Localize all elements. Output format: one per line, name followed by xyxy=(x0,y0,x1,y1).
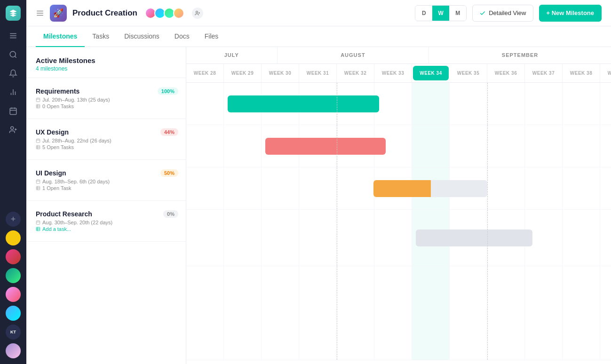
bar-ux-design[interactable] xyxy=(265,138,386,155)
date-range: Aug. 18th–Sep. 6th (20 days) xyxy=(42,179,110,184)
detailed-view-label: Detailed View xyxy=(489,9,526,16)
sidebar-avatar-7[interactable] xyxy=(6,343,21,358)
cell-w29 xyxy=(224,266,262,360)
bar-product-research[interactable] xyxy=(416,229,532,246)
week-35: WEEK 35 xyxy=(450,64,487,82)
tab-tasks[interactable]: Tasks xyxy=(85,26,117,47)
milestones-list-panel: Active Milestones 4 milestones Requireme… xyxy=(26,47,186,364)
milestone-item-requirements[interactable]: Requirements Jul. 20th–Aug. 13th (25 day… xyxy=(26,78,186,119)
svg-rect-22 xyxy=(36,98,40,102)
bar-ui-design-remaining[interactable] xyxy=(431,180,487,197)
sidebar-avatar-4[interactable] xyxy=(6,287,21,302)
hamburger-icon[interactable] xyxy=(6,28,21,43)
cell-w38 xyxy=(563,167,600,209)
cell-w33 xyxy=(374,266,412,360)
day-view-button[interactable]: D xyxy=(415,6,432,21)
menu-button[interactable] xyxy=(36,9,44,17)
cell-w36 xyxy=(487,266,525,360)
cell-w33 xyxy=(374,210,412,266)
cell-w35 xyxy=(450,266,487,360)
add-task-link[interactable]: Add a task... xyxy=(42,226,71,232)
detailed-view-button[interactable]: Detailed View xyxy=(472,5,533,22)
svg-rect-46 xyxy=(36,221,40,225)
cell-w39 xyxy=(600,266,611,360)
sidebar-avatar-1[interactable] xyxy=(6,230,21,245)
date-range: Aug. 30th–Sep. 20th (22 days) xyxy=(42,220,112,225)
tasks-text: 1 Open Task xyxy=(42,185,71,191)
member-avatar-4 xyxy=(173,8,184,19)
cell-w29 xyxy=(224,125,262,167)
chart-icon[interactable] xyxy=(6,85,21,100)
week-31: WEEK 31 xyxy=(299,64,337,82)
svg-point-12 xyxy=(11,127,14,129)
cell-w39 xyxy=(600,167,611,209)
new-milestone-button[interactable]: + New Milestone xyxy=(539,5,602,22)
cell-w33 xyxy=(374,83,412,125)
svg-point-15 xyxy=(8,233,18,243)
week-32: WEEK 32 xyxy=(337,64,374,82)
milestone-dates: Aug. 30th–Sep. 20th (22 days) xyxy=(36,220,176,225)
tab-bar: Milestones Tasks Discussions Docs Files xyxy=(26,26,611,47)
cell-w34 xyxy=(412,266,450,360)
cell-w34 xyxy=(412,125,450,167)
sidebar-avatar-2[interactable] xyxy=(6,249,21,264)
app-logo[interactable] xyxy=(6,6,21,21)
bar-ui-design-done[interactable] xyxy=(373,180,431,197)
tab-files[interactable]: Files xyxy=(197,26,226,47)
week-29: WEEK 29 xyxy=(224,64,262,82)
svg-rect-34 xyxy=(36,145,40,149)
milestone-item-ui-design[interactable]: UI Design Aug. 18th–Sep. 6th (20 days) 1… xyxy=(26,160,186,201)
milestone-item-product-research[interactable]: Product Research Aug. 30th–Sep. 20th (22… xyxy=(26,201,186,242)
gantt-header: JULY AUGUST SEPTEMBER WEEK 28 WEEK 29 WE… xyxy=(186,47,611,83)
cell-w35 xyxy=(450,83,487,125)
tab-milestones[interactable]: Milestones xyxy=(36,26,85,47)
search-icon[interactable] xyxy=(6,47,21,62)
svg-line-4 xyxy=(15,56,16,57)
cell-w28 xyxy=(186,125,224,167)
milestone-add-task[interactable]: Add a task... xyxy=(36,226,176,232)
tab-discussions[interactable]: Discussions xyxy=(117,26,167,47)
add-workspace-button[interactable]: + xyxy=(6,212,21,227)
week-row: WEEK 28 WEEK 29 WEEK 30 WEEK 31 WEEK 32 … xyxy=(186,64,611,82)
month-view-button[interactable]: M xyxy=(449,6,466,21)
milestones-count: 4 milestones xyxy=(36,65,176,72)
tab-docs[interactable]: Docs xyxy=(167,26,197,47)
add-user-icon[interactable] xyxy=(6,122,21,137)
cell-w31 xyxy=(299,167,337,209)
sidebar-avatar-3[interactable] xyxy=(6,268,21,283)
project-members xyxy=(145,8,184,19)
svg-point-3 xyxy=(10,51,16,57)
sidebar-avatar-5[interactable] xyxy=(6,306,21,321)
add-member-button[interactable] xyxy=(192,8,203,19)
week-38: WEEK 38 xyxy=(563,64,600,82)
svg-point-19 xyxy=(196,11,198,13)
svg-rect-30 xyxy=(36,139,40,143)
month-september: SEPTEMBER xyxy=(429,47,611,63)
milestone-name: Product Research xyxy=(36,210,176,218)
svg-rect-26 xyxy=(36,104,40,108)
cell-w39 xyxy=(600,125,611,167)
progress-badge: 44% xyxy=(160,128,178,136)
cell-w28 xyxy=(186,167,224,209)
milestone-name: UI Design xyxy=(36,169,176,177)
week-33: WEEK 33 xyxy=(374,64,412,82)
week-37: WEEK 37 xyxy=(525,64,563,82)
bar-requirements[interactable] xyxy=(228,95,379,112)
milestone-item-ux-design[interactable]: UX Design Jul. 28th–Aug. 22nd (26 days) … xyxy=(26,119,186,160)
tasks-text: 5 Open Tasks xyxy=(42,144,74,150)
milestone-dates: Jul. 20th–Aug. 13th (25 days) xyxy=(36,97,176,103)
bell-icon[interactable] xyxy=(6,66,21,81)
milestone-name: Requirements xyxy=(36,87,176,95)
sidebar-avatar-6[interactable]: KT xyxy=(6,324,21,340)
calendar-icon[interactable] xyxy=(6,103,21,119)
content-area: Active Milestones 4 milestones Requireme… xyxy=(26,47,611,364)
svg-rect-8 xyxy=(10,108,16,115)
milestone-tasks: 0 Open Tasks xyxy=(36,103,176,109)
cell-w37 xyxy=(525,266,563,360)
svg-rect-38 xyxy=(36,180,40,184)
cell-w36 xyxy=(487,83,525,125)
tasks-text: 0 Open Tasks xyxy=(42,103,74,109)
cell-w28 xyxy=(186,266,224,360)
week-view-button[interactable]: W xyxy=(432,6,449,21)
cell-w39 xyxy=(600,210,611,266)
